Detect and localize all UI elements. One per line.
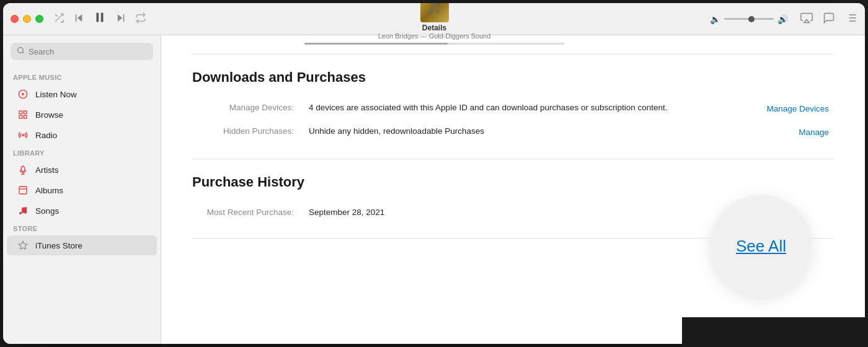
top-divider bbox=[192, 54, 834, 55]
pause-button[interactable] bbox=[93, 11, 107, 27]
svg-marker-4 bbox=[118, 14, 123, 22]
sidebar-item-label: iTunes Store bbox=[35, 241, 82, 250]
section-label-library: Library bbox=[3, 146, 161, 159]
svg-rect-18 bbox=[24, 111, 27, 114]
volume-high-icon: 🔊 bbox=[777, 14, 788, 24]
downloads-heading: Downloads and Purchases bbox=[192, 69, 834, 86]
track-artist-album: Leon Bridges — Gold-Diggers Sound bbox=[378, 32, 491, 40]
svg-point-21 bbox=[22, 134, 24, 136]
svg-marker-0 bbox=[78, 14, 82, 22]
search-icon bbox=[17, 46, 25, 56]
search-box[interactable] bbox=[11, 43, 153, 60]
svg-point-13 bbox=[18, 48, 24, 53]
shuffle-button[interactable] bbox=[53, 12, 64, 26]
music-note-icon bbox=[17, 204, 29, 217]
svg-rect-3 bbox=[101, 13, 104, 22]
mid-divider bbox=[192, 159, 834, 159]
track-title: Details bbox=[422, 24, 446, 32]
svg-rect-5 bbox=[123, 14, 125, 22]
sidebar-item-albums[interactable]: Albums bbox=[7, 180, 157, 200]
svg-marker-16 bbox=[22, 92, 25, 95]
svg-rect-1 bbox=[76, 14, 77, 22]
queue-icon[interactable] bbox=[845, 12, 857, 27]
play-circle-icon bbox=[17, 88, 29, 100]
manage-devices-link[interactable]: Manage Devices bbox=[766, 104, 829, 113]
repeat-button[interactable] bbox=[135, 12, 146, 26]
album-art: 🎵 bbox=[420, 3, 449, 22]
see-all-button[interactable]: See All bbox=[736, 237, 786, 256]
microphone-icon bbox=[17, 164, 29, 176]
minimize-button[interactable] bbox=[23, 15, 31, 23]
hidden-purchases-row: Hidden Purchases: Unhide any hidden, red… bbox=[192, 120, 834, 144]
close-button[interactable] bbox=[11, 15, 19, 23]
purchase-history-heading: Purchase History bbox=[192, 174, 834, 190]
svg-marker-28 bbox=[19, 241, 27, 249]
svg-marker-6 bbox=[804, 19, 809, 22]
sidebar-item-browse[interactable]: Browse bbox=[7, 105, 157, 125]
svg-rect-2 bbox=[97, 13, 99, 22]
bottom-dark-strip bbox=[682, 317, 865, 344]
now-playing-area: 🎵 Details Leon Bridges — Gold-Diggers So… bbox=[159, 3, 710, 45]
progress-bar[interactable] bbox=[304, 43, 565, 45]
sidebar-item-label: Browse bbox=[35, 110, 63, 120]
svg-point-27 bbox=[24, 211, 27, 214]
sidebar-item-label: Songs bbox=[35, 206, 59, 216]
sidebar-item-label: Listen Now bbox=[35, 90, 77, 99]
svg-rect-17 bbox=[19, 111, 22, 114]
see-all-circle: See All bbox=[710, 195, 812, 297]
sidebar-item-label: Artists bbox=[35, 165, 59, 175]
titlebar: 🎵 Details Leon Bridges — Gold-Diggers So… bbox=[3, 3, 865, 35]
sidebar-item-itunes-store[interactable]: iTunes Store bbox=[7, 235, 157, 255]
star-icon bbox=[17, 239, 29, 252]
sidebar-item-label: Albums bbox=[35, 186, 63, 195]
hidden-purchases-label: Hidden Purchases: bbox=[192, 120, 304, 144]
bookmark-icon bbox=[17, 184, 29, 196]
right-controls: 🔈 🔊 bbox=[710, 12, 857, 27]
lyrics-icon[interactable] bbox=[823, 12, 835, 27]
traffic-lights bbox=[11, 15, 43, 23]
section-label-apple-music: Apple Music bbox=[3, 70, 161, 84]
manage-hidden-link[interactable]: Manage bbox=[799, 128, 829, 137]
manage-devices-action: Manage Devices bbox=[728, 97, 834, 120]
svg-line-14 bbox=[22, 52, 24, 53]
main-panel: Downloads and Purchases Manage Devices: … bbox=[161, 35, 865, 344]
most-recent-label: Most Recent Purchase: bbox=[192, 201, 304, 223]
grid-icon bbox=[17, 108, 29, 121]
fast-forward-button[interactable] bbox=[115, 12, 126, 26]
volume-low-icon: 🔈 bbox=[710, 14, 720, 24]
manage-devices-value: 4 devices are associated with this Apple… bbox=[304, 97, 728, 120]
sidebar-item-radio[interactable]: Radio bbox=[7, 125, 157, 145]
sidebar-item-listen-now[interactable]: Listen Now bbox=[7, 84, 157, 104]
sidebar-item-songs[interactable]: Songs bbox=[7, 201, 157, 221]
playback-controls bbox=[53, 11, 146, 27]
svg-point-26 bbox=[19, 212, 22, 214]
search-input[interactable] bbox=[29, 47, 147, 56]
sidebar-item-label: Radio bbox=[35, 131, 57, 140]
most-recent-value: September 28, 2021 bbox=[304, 201, 698, 223]
sidebar: Apple Music Listen Now Browse bbox=[3, 35, 161, 344]
svg-rect-19 bbox=[19, 115, 22, 118]
manage-devices-row: Manage Devices: 4 devices are associated… bbox=[192, 97, 834, 120]
rewind-button[interactable] bbox=[73, 12, 84, 26]
section-label-store: Store bbox=[3, 221, 161, 235]
content-area: Apple Music Listen Now Browse bbox=[3, 35, 865, 344]
hidden-purchases-action: Manage bbox=[728, 120, 834, 144]
airplay-icon[interactable] bbox=[800, 12, 813, 27]
sidebar-item-artists[interactable]: Artists bbox=[7, 160, 157, 180]
maximize-button[interactable] bbox=[35, 15, 43, 23]
downloads-table: Manage Devices: 4 devices are associated… bbox=[192, 97, 834, 144]
volume-control[interactable]: 🔈 🔊 bbox=[710, 14, 788, 24]
radio-icon bbox=[17, 129, 29, 141]
svg-rect-20 bbox=[24, 115, 27, 118]
svg-rect-25 bbox=[19, 187, 27, 194]
manage-devices-label: Manage Devices: bbox=[192, 97, 304, 120]
hidden-purchases-value: Unhide any hidden, redownloadable Purcha… bbox=[304, 120, 728, 144]
